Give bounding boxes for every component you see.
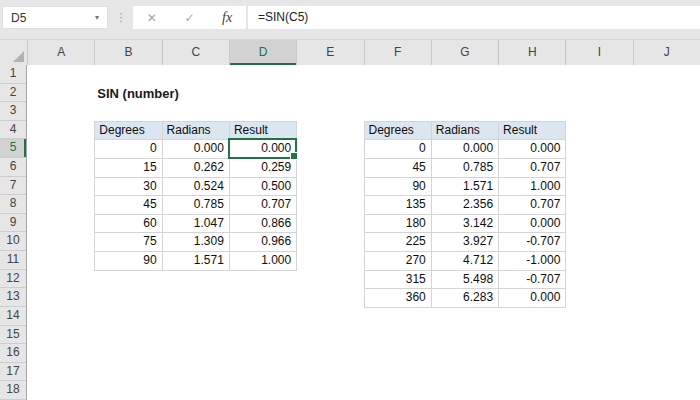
row-header-4[interactable]: 4 [0, 121, 26, 140]
table-cell[interactable]: 315 [365, 271, 432, 290]
column-header-D[interactable]: D [229, 40, 296, 65]
table-cell[interactable]: 0.000 [499, 140, 566, 159]
table-cell[interactable]: 0.000 [432, 140, 499, 159]
column-header-H[interactable]: H [498, 40, 565, 65]
column-header-G[interactable]: G [431, 40, 498, 65]
row-header-16[interactable]: 16 [0, 344, 26, 363]
table-cell[interactable]: 0.500 [230, 178, 297, 197]
sin-table-0-360: DegreesRadiansResult00.0000.000450.7850.… [364, 121, 567, 308]
row-header-9[interactable]: 9 [0, 214, 26, 233]
select-all-corner[interactable] [0, 40, 27, 65]
table-cell[interactable]: 0.707 [230, 196, 297, 215]
sin-table-0-90: DegreesRadiansResult00.0000.000150.2620.… [94, 121, 297, 271]
table-header-cell[interactable]: Degrees [365, 122, 432, 141]
row-header-13[interactable]: 13 [0, 288, 26, 307]
table-cell[interactable]: 0.524 [163, 178, 230, 197]
table-cell[interactable]: 90 [95, 252, 162, 271]
table-cell[interactable]: 0.000 [230, 140, 297, 159]
table-cell[interactable]: 45 [365, 159, 432, 178]
table-cell[interactable]: 0.785 [163, 196, 230, 215]
row-header-18[interactable]: 18 [0, 381, 26, 400]
table-cell[interactable]: 3.142 [432, 215, 499, 234]
table-cell[interactable]: 0.866 [230, 215, 297, 234]
column-header-I[interactable]: I [565, 40, 632, 65]
table-cell[interactable]: 1.000 [230, 252, 297, 271]
formula-input[interactable]: =SIN(C5) [248, 6, 700, 29]
row-header-3[interactable]: 3 [0, 102, 26, 121]
table-cell[interactable]: 0.259 [230, 159, 297, 178]
table-cell[interactable]: 60 [95, 215, 162, 234]
table-cell[interactable]: 1.047 [163, 215, 230, 234]
row-headers: 123456789101112131415161718 [0, 65, 27, 400]
table-cell[interactable]: 1.309 [163, 233, 230, 252]
enter-icon[interactable]: ✓ [174, 11, 204, 25]
table-cell[interactable]: 6.283 [432, 289, 499, 308]
column-header-C[interactable]: C [162, 40, 229, 65]
table-cell[interactable]: 4.712 [432, 252, 499, 271]
table-cell[interactable]: -1.000 [499, 252, 566, 271]
table-cell[interactable]: 0 [95, 140, 162, 159]
row-header-6[interactable]: 6 [0, 158, 26, 177]
column-header-E[interactable]: E [296, 40, 363, 65]
table-cell[interactable]: 1.571 [432, 178, 499, 197]
table-cell[interactable]: 225 [365, 233, 432, 252]
table-cell[interactable]: 0.785 [432, 159, 499, 178]
table-cell[interactable]: 135 [365, 196, 432, 215]
row-header-2[interactable]: 2 [0, 84, 26, 103]
table-cell[interactable]: 0.000 [163, 140, 230, 159]
table-cell[interactable]: -0.707 [499, 233, 566, 252]
table-header-cell[interactable]: Radians [432, 122, 499, 141]
table-cell[interactable]: -0.707 [499, 271, 566, 290]
row-header-14[interactable]: 14 [0, 307, 26, 326]
table-cell[interactable]: 0.707 [499, 159, 566, 178]
table-cell[interactable]: 360 [365, 289, 432, 308]
table-cell[interactable]: 0.000 [499, 289, 566, 308]
insert-function-icon[interactable]: fx [212, 10, 242, 26]
table-cell[interactable]: 180 [365, 215, 432, 234]
cancel-icon[interactable]: ✕ [137, 11, 167, 25]
table-cell[interactable]: 0.000 [499, 215, 566, 234]
table-cell[interactable]: 0.707 [499, 196, 566, 215]
table-cell[interactable]: 30 [95, 178, 162, 197]
table-header-cell[interactable]: Result [230, 122, 297, 141]
table-cell[interactable]: 0.966 [230, 233, 297, 252]
row-header-17[interactable]: 17 [0, 363, 26, 382]
table-cell[interactable]: 3.927 [432, 233, 499, 252]
column-header-B[interactable]: B [94, 40, 161, 65]
row-header-1[interactable]: 1 [0, 65, 26, 84]
table-cell[interactable]: 75 [95, 233, 162, 252]
name-box-value: D5 [3, 11, 87, 25]
row-header-7[interactable]: 7 [0, 177, 26, 196]
table-cell[interactable]: 2.356 [432, 196, 499, 215]
name-box-dropdown-icon[interactable]: ▾ [87, 13, 107, 22]
table-cell[interactable]: 0 [365, 140, 432, 159]
table-header-cell[interactable]: Radians [163, 122, 230, 141]
table-cell[interactable]: 0.262 [163, 159, 230, 178]
column-headers: ABCDEFGHIJ [0, 39, 700, 66]
formula-buttons: ✕ ✓ fx [133, 6, 246, 29]
column-header-A[interactable]: A [27, 40, 94, 65]
row-header-5[interactable]: 5 [0, 139, 26, 158]
table-cell[interactable]: 90 [365, 178, 432, 197]
table-cell[interactable]: 1.000 [499, 178, 566, 197]
name-box[interactable]: D5 ▾ [2, 6, 108, 29]
table-cell[interactable]: 270 [365, 252, 432, 271]
more-options-icon[interactable]: ⋮ [114, 6, 128, 29]
row-header-8[interactable]: 8 [0, 195, 26, 214]
column-header-J[interactable]: J [633, 40, 700, 65]
column-header-F[interactable]: F [364, 40, 431, 65]
fill-handle[interactable] [290, 152, 298, 160]
row-header-15[interactable]: 15 [0, 326, 26, 345]
row-header-11[interactable]: 11 [0, 251, 26, 270]
table-cell[interactable]: 1.571 [163, 252, 230, 271]
table-cell[interactable]: 15 [95, 159, 162, 178]
table-header-cell[interactable]: Degrees [95, 122, 162, 141]
table-cell[interactable]: 5.498 [432, 271, 499, 290]
table-cell[interactable]: 45 [95, 196, 162, 215]
row-header-10[interactable]: 10 [0, 232, 26, 251]
row-header-12[interactable]: 12 [0, 270, 26, 289]
table-header-cell[interactable]: Result [499, 122, 566, 141]
